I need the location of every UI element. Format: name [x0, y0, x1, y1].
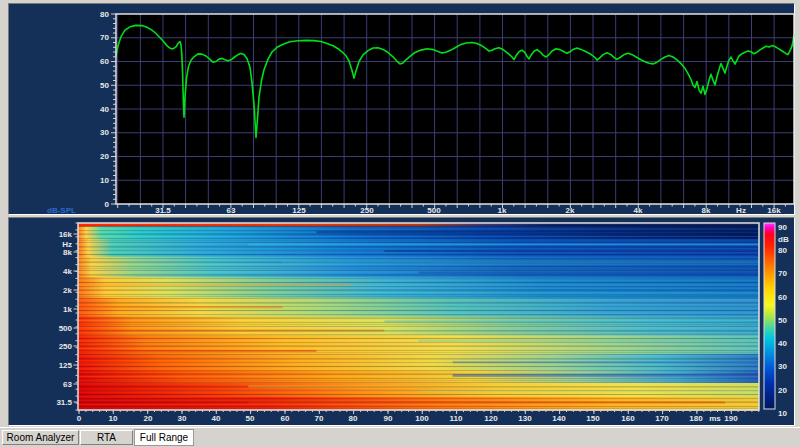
svg-text:60: 60	[778, 293, 787, 302]
svg-text:125: 125	[59, 361, 73, 370]
svg-text:170: 170	[655, 414, 669, 423]
rta-x-labels: 31.5631252505001k2k4k8kHz16k	[155, 206, 781, 215]
svg-text:2k: 2k	[63, 286, 72, 295]
colorbar	[764, 223, 775, 409]
svg-text:10: 10	[109, 414, 118, 423]
tab-rta[interactable]: RTA	[80, 430, 133, 445]
svg-text:20: 20	[100, 152, 109, 161]
rta-plot: 8070605040302010031.5631252505001k2k4k8k…	[9, 4, 796, 216]
svg-text:120: 120	[484, 414, 498, 423]
svg-text:40: 40	[212, 414, 221, 423]
svg-text:ms: ms	[709, 414, 721, 423]
svg-text:110: 110	[450, 414, 463, 423]
svg-text:60: 60	[281, 414, 290, 423]
svg-text:4k: 4k	[634, 206, 643, 215]
svg-text:50: 50	[246, 414, 255, 423]
spectrogram-chart: 16kHz8k4k2k1k5002501256331.5010203040506…	[9, 218, 796, 431]
svg-text:500: 500	[427, 206, 441, 215]
rta-ylabel: dB-SPL	[47, 206, 76, 215]
svg-text:1k: 1k	[498, 206, 507, 215]
tab-full-range[interactable]: Full Range	[134, 429, 194, 446]
colorbar-labels: 90dB8070605040302010	[778, 223, 789, 418]
svg-text:80: 80	[349, 414, 358, 423]
svg-text:60: 60	[100, 57, 109, 66]
svg-text:160: 160	[621, 414, 635, 423]
rta-panel: 8070605040302010031.5631252505001k2k4k8k…	[8, 3, 795, 215]
svg-text:70: 70	[778, 269, 787, 278]
svg-text:50: 50	[778, 316, 787, 325]
svg-text:70: 70	[100, 33, 109, 42]
svg-text:4k: 4k	[63, 267, 72, 276]
time-axis-labels: 0102030405060708090100110120130140150160…	[77, 414, 738, 423]
svg-text:50: 50	[100, 81, 109, 90]
spectrogram-svg: 16kHz8k4k2k1k5002501256331.5010203040506…	[9, 218, 796, 427]
svg-text:10: 10	[778, 409, 787, 418]
svg-text:150: 150	[586, 414, 600, 423]
svg-text:20: 20	[778, 386, 787, 395]
tab-bar: Room Analyzer RTA Full Range	[0, 427, 800, 447]
svg-text:40: 40	[100, 105, 109, 114]
svg-text:250: 250	[360, 206, 374, 215]
spectrogram-panel: 16kHz8k4k2k1k5002501256331.5010203040506…	[8, 217, 795, 426]
svg-text:30: 30	[178, 414, 187, 423]
svg-text:20: 20	[144, 414, 153, 423]
rta-chart: 8070605040302010031.5631252505001k2k4k8k…	[9, 4, 796, 220]
svg-text:16k: 16k	[59, 230, 73, 239]
svg-text:90: 90	[384, 414, 393, 423]
svg-text:1k: 1k	[63, 305, 72, 314]
svg-text:Hz: Hz	[736, 206, 746, 215]
svg-text:63: 63	[227, 206, 236, 215]
svg-text:125: 125	[292, 206, 306, 215]
rta-y-labels: 80706050403020100	[100, 10, 109, 209]
svg-text:180: 180	[689, 414, 703, 423]
svg-text:10: 10	[100, 176, 109, 185]
spectrogram-texture2	[78, 223, 759, 410]
svg-text:8k: 8k	[702, 206, 711, 215]
svg-text:0: 0	[105, 200, 110, 209]
svg-text:30: 30	[778, 362, 787, 371]
svg-text:16k: 16k	[767, 206, 781, 215]
tab-room-analyzer[interactable]: Room Analyzer	[2, 430, 79, 445]
svg-text:130: 130	[518, 414, 532, 423]
svg-text:80: 80	[778, 246, 787, 255]
svg-text:8k: 8k	[63, 248, 72, 257]
svg-text:190: 190	[724, 414, 738, 423]
svg-text:100: 100	[415, 414, 429, 423]
svg-text:31.5: 31.5	[155, 206, 171, 215]
svg-text:63: 63	[63, 380, 72, 389]
svg-text:500: 500	[59, 324, 73, 333]
analyzer-window: { "window": { "bg": "#d6d3ce", "panel_bg…	[0, 0, 800, 447]
svg-text:140: 140	[552, 414, 566, 423]
svg-text:30: 30	[100, 128, 109, 137]
svg-text:0: 0	[77, 414, 82, 423]
svg-text:40: 40	[778, 339, 787, 348]
svg-text:31.5: 31.5	[56, 398, 72, 407]
svg-text:2k: 2k	[566, 206, 575, 215]
svg-text:dB: dB	[778, 235, 789, 244]
svg-text:80: 80	[100, 10, 109, 19]
svg-text:90: 90	[778, 223, 787, 232]
svg-text:70: 70	[315, 414, 324, 423]
freq-axis-labels: 16kHz8k4k2k1k5002501256331.5	[56, 230, 72, 407]
svg-text:250: 250	[59, 342, 73, 351]
